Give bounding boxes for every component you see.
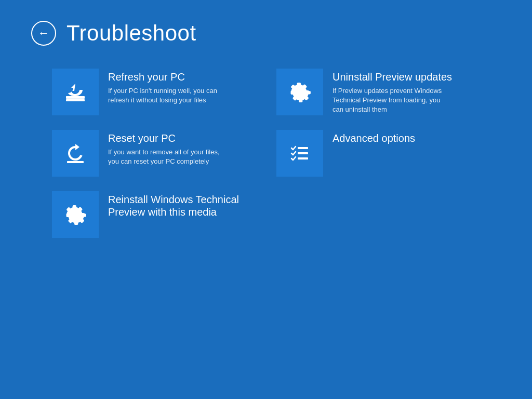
uninstall-preview-title: Uninstall Preview updates	[332, 71, 452, 83]
advanced-text: Advanced options	[332, 130, 415, 148]
uninstall-preview-text: Uninstall Preview updates If Preview upd…	[332, 69, 452, 115]
refresh-text: Refresh your PC If your PC isn't running…	[108, 69, 228, 105]
refresh-title: Refresh your PC	[108, 71, 228, 83]
back-arrow-icon: ←	[38, 28, 49, 39]
reinstall-gear-icon	[63, 202, 88, 227]
svg-rect-0	[66, 96, 85, 99]
reinstall-icon-box	[52, 191, 99, 238]
refresh-icon-box	[52, 69, 99, 115]
gear-icon	[287, 79, 312, 104]
reinstall-title: Reinstall Windows Technical Preview with…	[108, 193, 256, 218]
svg-rect-5	[298, 157, 308, 159]
reset-desc: If you want to remove all of your files,…	[108, 148, 228, 166]
refresh-icon	[63, 79, 88, 104]
refresh-desc: If your PC isn't running well, you can r…	[108, 86, 228, 105]
option-reinstall[interactable]: Reinstall Windows Technical Preview with…	[52, 184, 256, 245]
svg-rect-4	[298, 152, 308, 154]
option-uninstall-preview[interactable]: Uninstall Preview updates If Preview upd…	[276, 61, 480, 123]
svg-rect-3	[298, 147, 308, 149]
option-reset[interactable]: Reset your PC If you want to remove all …	[52, 123, 256, 184]
reset-icon	[63, 141, 88, 166]
option-advanced[interactable]: Advanced options	[276, 123, 480, 184]
uninstall-preview-icon-box	[276, 69, 323, 115]
reinstall-text: Reinstall Windows Technical Preview with…	[108, 191, 256, 221]
reset-title: Reset your PC	[108, 132, 228, 144]
advanced-icon-box	[276, 130, 323, 177]
back-button[interactable]: ←	[31, 21, 56, 46]
checklist-icon	[287, 141, 312, 166]
options-grid: Refresh your PC If your PC isn't running…	[0, 61, 532, 245]
uninstall-preview-desc: If Preview updates prevent Windows Techn…	[332, 86, 452, 115]
svg-rect-2	[67, 161, 84, 163]
page-title: Troubleshoot	[66, 21, 196, 46]
advanced-title: Advanced options	[332, 132, 415, 144]
page-header: ← Troubleshoot	[0, 0, 532, 61]
svg-rect-1	[66, 99, 85, 101]
reset-icon-box	[52, 130, 99, 177]
reset-text: Reset your PC If you want to remove all …	[108, 130, 228, 166]
option-refresh[interactable]: Refresh your PC If your PC isn't running…	[52, 61, 256, 123]
